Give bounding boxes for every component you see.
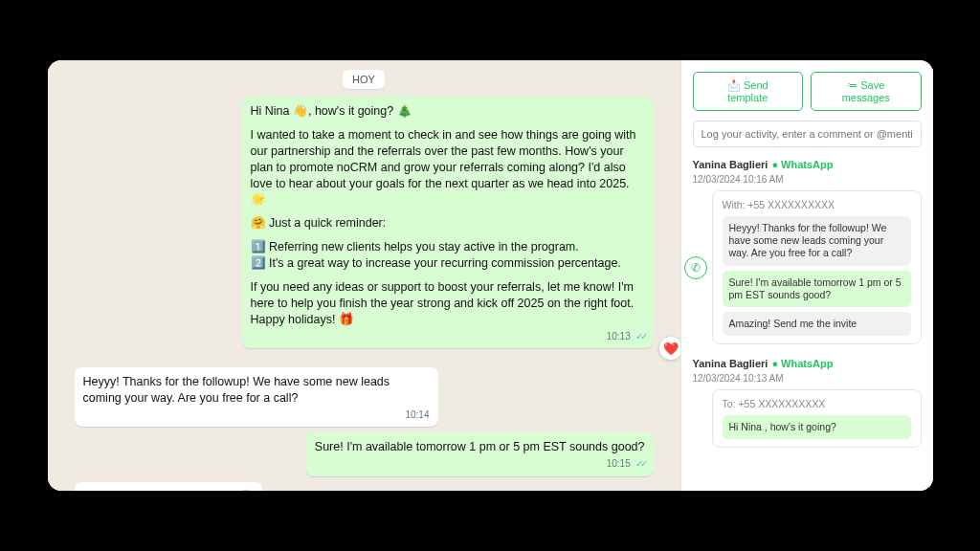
author-name: Yanina Baglieri <box>693 358 768 369</box>
message-outgoing[interactable]: Sure! I'm available tomorrow 1 pm or 5 p… <box>306 432 654 475</box>
outgoing-message-wrap: Hi Nina 👋, how's it going? 🎄 I wanted to… <box>242 97 654 354</box>
message-time: 10:15 <box>607 458 631 469</box>
activity-header: Yanina Baglieri ● WhatsApp 12/03/2024 10… <box>693 159 922 185</box>
with-label: With: +55 XXXXXXXXXX <box>723 199 911 210</box>
message-meta: 10:15 ✓✓ <box>315 457 645 471</box>
conversation-card[interactable]: To: +55 XXXXXXXXXX Hi Nina , how's it go… <box>712 389 922 448</box>
send-template-label: 📩 Send <box>727 79 768 91</box>
activity-entry: Yanina Baglieri ● WhatsApp 12/03/2024 10… <box>693 358 922 448</box>
activity-input[interactable] <box>693 121 922 147</box>
send-template-label: template <box>727 92 768 103</box>
message-text: Heyyy! Thanks for the followup! We have … <box>83 375 390 405</box>
entry-timestamp: 12/03/2024 10:13 AM <box>693 373 784 384</box>
author-name: Yanina Baglieri <box>693 159 768 170</box>
message-text: 🤗 Just a quick reminder: <box>251 215 645 231</box>
date-separator: HOY <box>343 70 385 89</box>
whatsapp-icon: ✆ <box>684 256 707 279</box>
mini-bubble-out: Sure! I'm available tomorrow 1 pm or 5 p… <box>723 271 911 307</box>
activity-entry: Yanina Baglieri ● WhatsApp 12/03/2024 10… <box>693 159 922 344</box>
send-template-button[interactable]: 📩 Send template <box>693 72 804 111</box>
entry-timestamp: 12/03/2024 10:16 AM <box>693 174 784 185</box>
save-messages-label: messages <box>842 92 890 103</box>
to-label: To: +55 XXXXXXXXXX <box>723 398 911 409</box>
app-window: HOY Hi Nina 👋, how's it going? 🎄 I wante… <box>48 60 933 491</box>
read-ticks-icon: ✓✓ <box>635 458 645 469</box>
message-incoming[interactable]: Amazing! Send me the invite 😎 Editado 10… <box>75 482 263 491</box>
save-messages-label: ≔ Save <box>847 79 884 91</box>
save-messages-button[interactable]: ≔ Save messages <box>811 72 922 111</box>
mini-bubble-in: Heyyy! Thanks for the followup! We have … <box>723 216 911 265</box>
message-text: If you need any ideas or support to boos… <box>251 279 645 328</box>
message-time: 10:14 <box>405 409 429 420</box>
mini-bubble-out: Hi Nina , how's it going? <box>723 415 911 439</box>
message-text: 1️⃣ Referring new clients helps you stay… <box>251 239 645 255</box>
message-meta: 10:14 <box>83 408 430 422</box>
message-text: Sure! I'm available tomorrow 1 pm or 5 p… <box>315 440 645 453</box>
message-meta: 10:13 ✓✓ <box>251 330 645 343</box>
whatsapp-chat-pane: HOY Hi Nina 👋, how's it going? 🎄 I wante… <box>48 60 680 491</box>
message-time: 10:13 <box>607 331 631 342</box>
channel-dot-icon: ● <box>771 159 778 170</box>
message-outgoing[interactable]: Hi Nina 👋, how's it going? 🎄 I wanted to… <box>242 97 654 348</box>
channel-name: WhatsApp <box>781 159 833 170</box>
mini-bubble-in: Amazing! Send me the invite <box>723 312 911 336</box>
panel-buttons: 📩 Send template ≔ Save messages <box>693 72 922 111</box>
activity-header: Yanina Baglieri ● WhatsApp 12/03/2024 10… <box>693 358 922 384</box>
reaction-heart-icon[interactable]: ❤️ <box>659 337 680 360</box>
message-text: 2️⃣ It's a great way to increase your re… <box>251 255 645 272</box>
channel-dot-icon: ● <box>771 358 778 369</box>
crm-side-panel: 📩 Send template ≔ Save messages Yanina B… <box>680 60 933 491</box>
channel-name: WhatsApp <box>781 358 833 369</box>
channel-label: ● WhatsApp <box>771 358 833 369</box>
message-text: Amazing! Send me the invite 😎 <box>83 490 255 491</box>
message-text: I wanted to take a moment to check in an… <box>251 127 645 208</box>
message-text: Hi Nina 👋, how's it going? 🎄 <box>251 103 645 120</box>
read-ticks-icon: ✓✓ <box>635 331 645 342</box>
conversation-card[interactable]: ✆ With: +55 XXXXXXXXXX Heyyy! Thanks for… <box>712 190 922 344</box>
message-incoming[interactable]: Heyyy! Thanks for the followup! We have … <box>75 367 438 427</box>
channel-label: ● WhatsApp <box>771 159 833 170</box>
